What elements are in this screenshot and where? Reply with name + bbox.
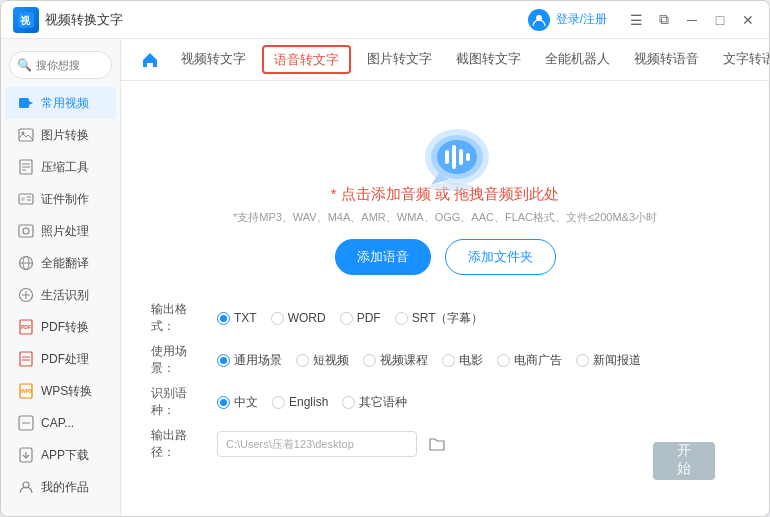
tab-audio-to-text[interactable]: 语音转文字	[262, 45, 351, 74]
lang-group: 中文 English 其它语种	[217, 394, 407, 411]
nav-home-button[interactable]	[133, 39, 167, 80]
tab-robot[interactable]: 全能机器人	[535, 39, 620, 80]
add-audio-button[interactable]: 添加语音	[335, 239, 431, 275]
scene-videocourse-option[interactable]: 视频课程	[363, 352, 428, 369]
upload-star: *	[331, 185, 337, 202]
lang-english-label: English	[289, 395, 328, 409]
svg-rect-39	[466, 153, 470, 161]
sidebar-label-idcard: 证件制作	[41, 191, 89, 208]
tab-crop-to-text[interactable]: 截图转文字	[446, 39, 531, 80]
sidebar-label-myworks: 我的作品	[41, 479, 89, 496]
lang-chinese-radio[interactable]	[217, 396, 230, 409]
maximize-icon[interactable]: □	[711, 11, 729, 29]
sidebar-item-pdfprocess[interactable]: PDF处理	[5, 343, 116, 375]
scene-shortvideo-radio[interactable]	[296, 354, 309, 367]
svg-text:视: 视	[19, 15, 31, 26]
scene-movie-label: 电影	[459, 352, 483, 369]
format-srt-option[interactable]: SRT（字幕）	[395, 310, 484, 327]
scene-news-radio[interactable]	[576, 354, 589, 367]
svg-rect-15	[19, 225, 33, 237]
scene-movie-radio[interactable]	[442, 354, 455, 367]
format-pdf-option[interactable]: PDF	[340, 311, 381, 325]
scene-shortvideo-option[interactable]: 短视频	[296, 352, 349, 369]
lang-other-radio[interactable]	[342, 396, 355, 409]
tab-image-to-text[interactable]: 图片转文字	[357, 39, 442, 80]
output-path-input[interactable]	[217, 431, 417, 457]
format-pdf-radio[interactable]	[340, 312, 353, 325]
tab-video-to-speech[interactable]: 视频转语音	[624, 39, 709, 80]
svg-rect-38	[459, 149, 463, 165]
svg-text:PDF: PDF	[21, 324, 31, 330]
upload-area[interactable]: * 点击添加音频 或 拖拽音频到此处 *支持MP3、WAV、M4A、AMR、WM…	[151, 97, 739, 291]
output-path-label: 输出路径：	[151, 427, 207, 461]
scene-movie-option[interactable]: 电影	[442, 352, 483, 369]
search-bar: 🔍	[9, 51, 112, 79]
sidebar-item-image-convert[interactable]: 图片转换	[5, 119, 116, 151]
scene-ecommerce-option[interactable]: 电商广告	[497, 352, 562, 369]
settings-section: 输出格式： TXT WORD	[151, 301, 739, 461]
app-icon	[17, 446, 35, 464]
scene-ecommerce-radio[interactable]	[497, 354, 510, 367]
works-icon	[17, 478, 35, 496]
top-nav: 视频转文字 语音转文字 图片转文字 截图转文字 全能机器人 视频转语音	[121, 39, 769, 81]
format-txt-radio[interactable]	[217, 312, 230, 325]
lang-chinese-option[interactable]: 中文	[217, 394, 258, 411]
sidebar-item-idcard[interactable]: 证件制作	[5, 183, 116, 215]
title-bar: 视 视频转换文字 登录/注册 ☰ ⧉ ─ □ ✕	[1, 1, 769, 39]
svg-rect-23	[20, 352, 32, 366]
menu-icon[interactable]: ☰	[627, 11, 645, 29]
sidebar-label-photo: 照片处理	[41, 223, 89, 240]
tab-text-to-speech[interactable]: 文字转语音	[713, 39, 769, 80]
add-folder-button[interactable]: 添加文件夹	[445, 239, 556, 275]
sidebar-label-pdfprocess: PDF处理	[41, 351, 89, 368]
format-word-option[interactable]: WORD	[271, 311, 326, 325]
wps-icon: WPS	[17, 382, 35, 400]
format-srt-radio[interactable]	[395, 312, 408, 325]
minimize-icon[interactable]: ─	[683, 11, 701, 29]
sidebar-label-cap: CAP...	[41, 416, 74, 430]
sidebar-item-wps[interactable]: WPS WPS转换	[5, 375, 116, 407]
scene-news-label: 新闻报道	[593, 352, 641, 369]
scene-row: 使用场景： 通用场景 短视频	[151, 343, 739, 377]
sidebar-item-pdf[interactable]: PDF PDF转换	[5, 311, 116, 343]
svg-rect-37	[452, 145, 456, 169]
restore-icon[interactable]: ⧉	[655, 11, 673, 29]
close-icon[interactable]: ✕	[739, 11, 757, 29]
image-icon	[17, 126, 35, 144]
output-path-group	[217, 431, 449, 457]
user-label[interactable]: 登录/注册	[556, 11, 607, 28]
main-layout: 🔍 常用视频 图片转换 压缩工具	[1, 39, 769, 516]
user-section[interactable]: 登录/注册	[528, 9, 607, 31]
scene-general-option[interactable]: 通用场景	[217, 352, 282, 369]
scene-general-radio[interactable]	[217, 354, 230, 367]
sidebar-label-common-video: 常用视频	[41, 95, 89, 112]
lang-other-option[interactable]: 其它语种	[342, 394, 407, 411]
scene-videocourse-radio[interactable]	[363, 354, 376, 367]
content-area: 视频转文字 语音转文字 图片转文字 截图转文字 全能机器人 视频转语音	[121, 39, 769, 516]
cap-icon	[17, 414, 35, 432]
sidebar-item-cap[interactable]: CAP...	[5, 407, 116, 439]
tab-video-to-text[interactable]: 视频转文字	[171, 39, 256, 80]
browse-folder-button[interactable]	[425, 432, 449, 456]
format-srt-label: SRT（字幕）	[412, 310, 484, 327]
sidebar-item-life[interactable]: 生活识别	[5, 279, 116, 311]
sidebar: 🔍 常用视频 图片转换 压缩工具	[1, 39, 121, 516]
video-icon	[17, 94, 35, 112]
lang-english-option[interactable]: English	[272, 395, 328, 409]
format-txt-option[interactable]: TXT	[217, 311, 257, 325]
sidebar-item-appdownload[interactable]: APP下载	[5, 439, 116, 471]
life-icon	[17, 286, 35, 304]
lang-other-label: 其它语种	[359, 394, 407, 411]
convert-button[interactable]: 开始转换	[653, 442, 715, 480]
lang-english-radio[interactable]	[272, 396, 285, 409]
sidebar-item-myworks[interactable]: 我的作品	[5, 471, 116, 503]
scene-news-option[interactable]: 新闻报道	[576, 352, 641, 369]
sidebar-item-translate[interactable]: 全能翻译	[5, 247, 116, 279]
format-word-radio[interactable]	[271, 312, 284, 325]
sidebar-item-photo[interactable]: 照片处理	[5, 215, 116, 247]
sidebar-label-pdf: PDF转换	[41, 319, 89, 336]
sidebar-item-common-video[interactable]: 常用视频	[5, 87, 116, 119]
sidebar-item-compress[interactable]: 压缩工具	[5, 151, 116, 183]
sidebar-label-life: 生活识别	[41, 287, 89, 304]
pdf-icon: PDF	[17, 318, 35, 336]
